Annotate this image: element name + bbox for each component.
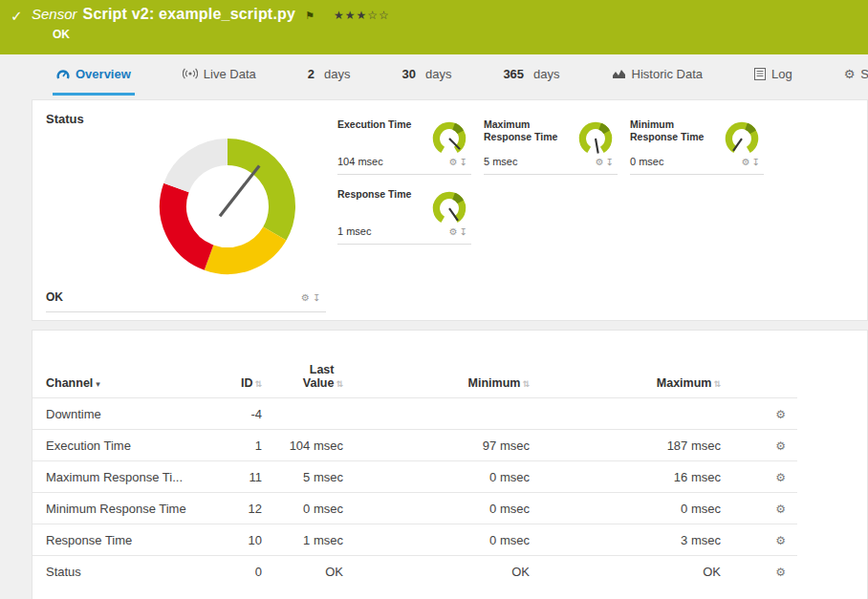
status-gauge-value: OK — [46, 290, 63, 304]
column-header-id[interactable]: ID⇅ — [233, 363, 262, 398]
sort-down-icon: ▾ — [96, 379, 100, 389]
status-gauge-needle — [220, 165, 259, 216]
tab-label: Overview — [76, 67, 131, 81]
table-row[interactable]: Minimum Response Time 12 0 msec 0 msec 0… — [33, 493, 797, 524]
gauge-dial — [427, 187, 471, 227]
priority-stars[interactable]: ★★★☆☆ — [334, 9, 390, 22]
channel-name[interactable]: Maximum Response Ti... — [33, 461, 233, 493]
tab-day-unit: days — [324, 67, 350, 81]
gauge-tab-icon — [56, 68, 70, 80]
log-icon — [754, 68, 766, 80]
channel-name[interactable]: Status — [33, 556, 233, 588]
channel-last-value: 5 msec — [262, 461, 343, 493]
tab-day-count: 30 — [401, 67, 415, 81]
channel-table-panel: Channel▾ ID⇅ Last Value⇅ Minimum⇅ Maximu… — [32, 330, 868, 599]
tab-bar: Overview Live Data 2 days 30 days 365 da… — [0, 54, 868, 96]
stars-empty-icon: ☆☆ — [367, 9, 390, 22]
channel-minimum — [343, 398, 530, 430]
pin-icon[interactable]: ↧ — [606, 157, 616, 167]
channel-id: 1 — [233, 430, 262, 461]
tab-label: Log — [771, 67, 792, 81]
channel-id: 12 — [233, 493, 262, 524]
channel-maximum: 187 msec — [530, 430, 721, 461]
gauge-execution-time: Execution Time 104 msec ⚙↧ — [337, 115, 471, 175]
channel-last-value: OK — [262, 556, 343, 588]
channel-name[interactable]: Response Time — [33, 524, 233, 556]
gear-icon[interactable]: ⚙ — [301, 292, 313, 303]
status-divider — [46, 311, 326, 312]
column-header-minimum[interactable]: Minimum⇅ — [343, 363, 530, 398]
channel-id: -4 — [233, 398, 262, 430]
pin-icon[interactable]: ↧ — [460, 226, 469, 237]
column-header-channel[interactable]: Channel▾ — [33, 363, 233, 398]
channel-maximum: OK — [530, 556, 721, 588]
tab-2-days[interactable]: 2 days — [304, 54, 355, 96]
tab-30-days[interactable]: 30 days — [398, 54, 455, 96]
channel-settings-icon[interactable]: ⚙ — [775, 534, 786, 547]
channel-settings-icon[interactable]: ⚙ — [775, 503, 786, 516]
channel-settings-icon[interactable]: ⚙ — [775, 566, 786, 579]
status-panel: Status OK ⚙↧ Execution Time 104 msec ⚙↧ … — [32, 99, 868, 321]
channel-settings-icon[interactable]: ⚙ — [775, 408, 786, 421]
gauge-value: 104 msec — [337, 156, 383, 167]
sensor-title: Script v2: example_script.py — [83, 6, 296, 23]
table-row[interactable]: Downtime -4 ⚙ — [33, 398, 797, 430]
tab-historic-data[interactable]: Historic Data — [608, 54, 706, 96]
tab-day-unit: days — [425, 67, 451, 81]
channel-maximum — [530, 398, 721, 430]
channel-minimum: 97 msec — [343, 430, 530, 461]
channel-id: 10 — [233, 524, 262, 556]
channel-name[interactable]: Downtime — [33, 398, 233, 430]
table-header-row: Channel▾ ID⇅ Last Value⇅ Minimum⇅ Maximu… — [33, 363, 797, 398]
sensor-status-text: OK — [32, 28, 390, 41]
gauge-minimum-response-time: Minimum Response Time 0 msec ⚙↧ — [630, 115, 764, 175]
channel-maximum: 0 msec — [530, 493, 721, 524]
tab-live-data[interactable]: Live Data — [179, 54, 260, 96]
gear-icon[interactable]: ⚙ — [449, 226, 460, 237]
tab-log[interactable]: Log — [750, 54, 796, 96]
gauge-value: 0 msec — [630, 156, 663, 167]
gauge-dial — [720, 118, 764, 158]
channel-minimum: 0 msec — [343, 524, 530, 556]
channel-id: 11 — [233, 461, 262, 493]
tab-settings[interactable]: ⚙ Settings — [840, 54, 868, 96]
channel-settings-icon[interactable]: ⚙ — [775, 439, 786, 453]
gauge-label: Response Time — [337, 184, 429, 201]
gear-icon[interactable]: ⚙ — [596, 157, 606, 167]
pin-icon[interactable]: ↧ — [460, 157, 469, 167]
channel-last-value — [262, 398, 343, 430]
table-row[interactable]: Status 0 OK OK OK ⚙ — [33, 556, 797, 588]
channel-name[interactable]: Minimum Response Time — [33, 493, 233, 524]
sensor-title-block: Sensor Script v2: example_script.py ⚑ ★★… — [32, 6, 390, 41]
channel-name[interactable]: Execution Time — [33, 430, 233, 461]
sort-icon: ⇅ — [254, 379, 262, 389]
live-data-icon — [183, 68, 198, 79]
pin-icon[interactable]: ↧ — [313, 292, 323, 303]
tab-overview[interactable]: Overview — [53, 54, 135, 96]
flag-icon[interactable]: ⚑ — [305, 10, 315, 22]
channel-minimum: OK — [343, 556, 530, 588]
gear-icon[interactable]: ⚙ — [742, 157, 752, 167]
gear-icon[interactable]: ⚙ — [449, 157, 460, 167]
tab-label: Live Data — [204, 67, 256, 81]
status-gauge-dial — [146, 125, 309, 288]
channel-minimum: 0 msec — [343, 461, 530, 493]
status-check-icon: ✓ — [11, 8, 23, 25]
channel-settings-icon[interactable]: ⚙ — [775, 471, 786, 484]
table-row[interactable]: Execution Time 1 104 msec 97 msec 187 ms… — [33, 430, 797, 461]
gauge-value: 5 msec — [484, 156, 517, 167]
sensor-header: ✓ Sensor Script v2: example_script.py ⚑ … — [0, 0, 868, 54]
column-header-last-value[interactable]: Last Value⇅ — [262, 363, 343, 398]
tab-365-days[interactable]: 365 days — [499, 54, 563, 96]
gauge-maximum-response-time: Maximum Response Time 5 msec ⚙↧ — [484, 115, 618, 175]
channel-maximum: 3 msec — [530, 524, 721, 556]
table-row[interactable]: Response Time 10 1 msec 0 msec 3 msec ⚙ — [33, 524, 797, 556]
channel-table: Channel▾ ID⇅ Last Value⇅ Minimum⇅ Maximu… — [33, 363, 797, 588]
channel-last-value: 1 msec — [262, 524, 343, 556]
table-row[interactable]: Maximum Response Ti... 11 5 msec 0 msec … — [33, 461, 797, 493]
channel-maximum: 16 msec — [530, 461, 721, 493]
pin-icon[interactable]: ↧ — [752, 157, 762, 167]
gauge-response-time: Response Time 1 msec ⚙↧ — [337, 184, 471, 245]
column-header-maximum[interactable]: Maximum⇅ — [530, 363, 721, 398]
sort-icon: ⇅ — [713, 379, 721, 389]
